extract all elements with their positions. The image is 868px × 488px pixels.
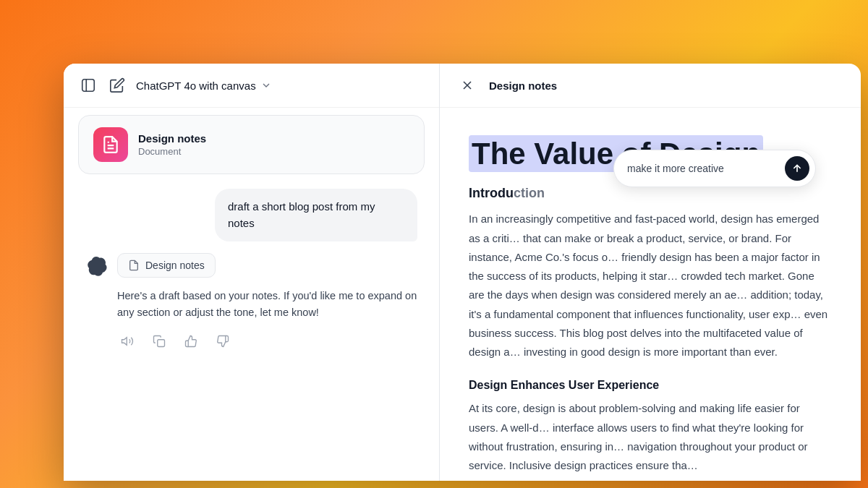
chat-panel: ChatGPT 4o with canvas Design notes Do bbox=[64, 64, 440, 481]
document-info: Design notes Document bbox=[138, 132, 206, 157]
article-body-paragraph: In an increasingly competitive and fast-… bbox=[469, 210, 832, 361]
svg-rect-5 bbox=[158, 340, 165, 347]
action-icons-row bbox=[117, 331, 417, 351]
chat-header: ChatGPT 4o with canvas bbox=[64, 64, 439, 108]
section1-body: At its core, design is about problem-sol… bbox=[469, 399, 832, 475]
thumbs-up-icon[interactable] bbox=[181, 331, 201, 351]
inline-edit-input[interactable] bbox=[627, 163, 778, 174]
document-type: Document bbox=[138, 146, 206, 157]
document-title: Design notes bbox=[138, 132, 206, 145]
notes-chip-label: Design notes bbox=[145, 260, 205, 271]
section1-heading: Design Enhances User Experience bbox=[469, 379, 832, 392]
canvas-content: The Value of Design Introduction In an i… bbox=[440, 108, 861, 481]
chat-messages: draft a short blog post from my notes bbox=[64, 174, 439, 481]
sidebar-toggle-button[interactable] bbox=[78, 75, 98, 95]
new-chat-button[interactable] bbox=[107, 75, 127, 95]
assistant-avatar bbox=[85, 254, 109, 278]
canvas-title: Design notes bbox=[489, 80, 557, 92]
user-message: draft a short blog post from my notes bbox=[78, 189, 425, 241]
document-icon bbox=[93, 127, 128, 162]
model-name: ChatGPT 4o with canvas bbox=[136, 80, 256, 92]
copy-icon[interactable] bbox=[149, 331, 169, 351]
assistant-content: Design notes Here's a draft based on you… bbox=[117, 253, 417, 351]
thumbs-down-icon[interactable] bbox=[213, 331, 233, 351]
svg-rect-0 bbox=[82, 80, 95, 92]
model-selector[interactable]: ChatGPT 4o with canvas bbox=[136, 80, 272, 92]
notes-chip[interactable]: Design notes bbox=[117, 253, 216, 278]
main-container: ChatGPT 4o with canvas Design notes Do bbox=[64, 64, 861, 481]
article-intro-heading: Introduction bbox=[469, 186, 832, 201]
inline-edit-popup bbox=[613, 150, 816, 187]
assistant-text: Here's a draft based on your notes. If y… bbox=[117, 288, 417, 321]
canvas-header: Design notes bbox=[440, 64, 861, 108]
inline-edit-send-button[interactable] bbox=[785, 156, 809, 181]
assistant-message: Design notes Here's a draft based on you… bbox=[78, 253, 425, 351]
volume-icon[interactable] bbox=[117, 331, 137, 351]
close-canvas-button[interactable] bbox=[457, 75, 477, 95]
svg-marker-4 bbox=[122, 338, 127, 346]
document-card[interactable]: Design notes Document bbox=[78, 115, 425, 174]
user-bubble: draft a short blog post from my notes bbox=[215, 189, 417, 241]
canvas-panel: Design notes The Value of Design Introdu… bbox=[440, 64, 861, 481]
